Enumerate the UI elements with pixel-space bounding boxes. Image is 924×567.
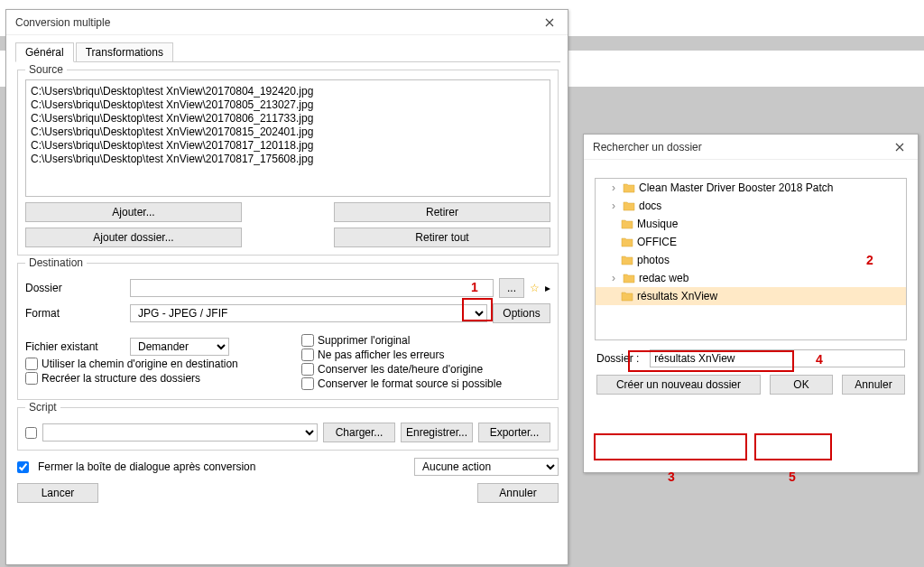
folder-name: OFFICE xyxy=(637,236,677,248)
run-button[interactable]: Lancer xyxy=(17,483,98,503)
existing-select[interactable]: Demander xyxy=(130,338,229,356)
keep-date-checkbox[interactable] xyxy=(301,363,314,376)
folder-close-icon[interactable] xyxy=(887,138,912,156)
hide-errors-checkbox[interactable] xyxy=(301,349,314,361)
ok-button[interactable]: OK xyxy=(770,375,833,395)
source-group: Source C:\Users\briqu\Desktop\test XnVie… xyxy=(17,70,559,256)
selected-folder-input[interactable] xyxy=(650,349,905,367)
folder-name: Musique xyxy=(637,218,678,230)
recreate-tree-checkbox[interactable] xyxy=(25,372,38,385)
expand-icon[interactable]: › xyxy=(608,272,619,284)
expand-icon[interactable]: › xyxy=(608,181,619,194)
favorite-icon[interactable]: ☆ xyxy=(530,282,540,294)
delete-original-label: Supprimer l'original xyxy=(318,334,410,347)
use-origin-path-checkbox[interactable] xyxy=(25,358,38,370)
source-file-item[interactable]: C:\Users\briqu\Desktop\test XnView\20170… xyxy=(31,125,545,139)
keep-date-label: Conserver les date/heure d'origine xyxy=(318,363,483,376)
source-file-item[interactable]: C:\Users\briqu\Desktop\test XnView\20170… xyxy=(31,85,545,98)
existing-label: Fichier existant xyxy=(25,340,125,353)
format-select[interactable]: JPG - JPEG / JFIF xyxy=(130,304,487,322)
expand-icon[interactable]: › xyxy=(608,200,619,212)
folder-tree-item[interactable]: OFFICE xyxy=(596,233,906,251)
folder-name: redac web xyxy=(639,272,688,284)
folder-icon xyxy=(623,182,635,193)
new-folder-button[interactable]: Créer un nouveau dossier xyxy=(596,375,761,395)
script-export-button[interactable]: Exporter... xyxy=(478,423,550,442)
folder-tree-item[interactable]: Musique xyxy=(596,215,906,233)
folder-titlebar: Rechercher un dossier xyxy=(584,135,918,160)
browse-button[interactable]: ... xyxy=(499,278,524,298)
tabs: Général Transformations xyxy=(15,42,560,62)
tab-transformations[interactable]: Transformations xyxy=(76,42,173,61)
folder-name: résultats XnView xyxy=(637,290,717,302)
folder-icon xyxy=(621,237,633,247)
source-legend: Source xyxy=(25,63,67,76)
hide-errors-label: Ne pas afficher les erreurs xyxy=(318,349,445,361)
delete-original-checkbox[interactable] xyxy=(301,334,314,347)
remove-button[interactable]: Retirer xyxy=(334,202,550,222)
source-file-item[interactable]: C:\Users\briqu\Desktop\test XnView\20170… xyxy=(31,112,545,125)
conversion-window: Conversion multiple Général Transformati… xyxy=(5,9,568,565)
annotation-1: 1 xyxy=(471,280,478,294)
close-after-checkbox[interactable] xyxy=(17,461,29,473)
remove-all-button[interactable]: Retirer tout xyxy=(334,228,550,247)
folder-tree-item[interactable]: photos xyxy=(596,251,906,269)
source-file-item[interactable]: C:\Users\briqu\Desktop\test XnView\20170… xyxy=(31,98,545,112)
post-action-select[interactable]: Aucune action xyxy=(414,458,559,476)
dest-folder-label: Dossier xyxy=(25,282,125,294)
folder-tree-item[interactable]: ›Clean Master Driver Booster 2018 Patch xyxy=(596,179,906,197)
tab-general[interactable]: Général xyxy=(15,42,74,62)
annotation-2: 2 xyxy=(866,253,873,267)
add-button[interactable]: Ajouter... xyxy=(25,202,242,222)
script-legend: Script xyxy=(25,401,60,414)
folder-window-title: Rechercher un dossier xyxy=(593,141,702,153)
source-file-list[interactable]: C:\Users\briqu\Desktop\test XnView\20170… xyxy=(25,79,550,197)
cancel-button[interactable]: Annuler xyxy=(477,483,559,503)
source-file-item[interactable]: C:\Users\briqu\Desktop\test XnView\20170… xyxy=(31,139,545,153)
annotation-4: 4 xyxy=(816,352,823,367)
folder-tree-item[interactable]: ›redac web xyxy=(596,269,906,287)
window-title: Conversion multiple xyxy=(15,16,110,29)
folder-name: Clean Master Driver Booster 2018 Patch xyxy=(639,181,833,194)
folder-name: docs xyxy=(639,200,661,212)
dest-folder-input[interactable] xyxy=(130,279,494,297)
selected-folder-label: Dossier : xyxy=(596,352,639,365)
destination-legend: Destination xyxy=(25,256,87,269)
history-icon[interactable]: ▸ xyxy=(545,282,550,294)
folder-tree-item[interactable]: résultats XnView xyxy=(596,287,906,305)
script-group: Script Charger... Enregistrer... Exporte… xyxy=(17,407,559,451)
close-icon[interactable] xyxy=(537,14,562,32)
folder-cancel-button[interactable]: Annuler xyxy=(842,375,905,395)
folder-icon xyxy=(621,291,633,302)
close-after-label: Fermer la boîte de dialogue après conver… xyxy=(34,460,409,473)
format-options-button[interactable]: Options xyxy=(493,303,550,323)
source-file-item[interactable]: C:\Users\briqu\Desktop\test XnView\20170… xyxy=(31,153,545,166)
folder-tree[interactable]: ›Clean Master Driver Booster 2018 Patch›… xyxy=(595,178,907,340)
titlebar: Conversion multiple xyxy=(6,10,568,35)
use-origin-path-label: Utiliser la chemin d'origine en destinat… xyxy=(42,358,238,370)
script-checkbox[interactable] xyxy=(25,427,37,439)
keep-source-fmt-checkbox[interactable] xyxy=(301,377,314,390)
folder-browse-window: Rechercher un dossier ›Clean Master Driv… xyxy=(583,134,919,473)
script-save-button[interactable]: Enregistrer... xyxy=(401,423,473,442)
script-load-button[interactable]: Charger... xyxy=(323,423,395,442)
format-label: Format xyxy=(25,307,125,320)
folder-tree-item[interactable]: ›docs xyxy=(596,197,906,215)
folder-icon xyxy=(623,273,635,284)
annotation-5: 5 xyxy=(789,469,796,484)
folder-icon xyxy=(621,255,633,265)
script-select[interactable] xyxy=(42,423,318,442)
annotation-3: 3 xyxy=(668,469,675,484)
keep-source-fmt-label: Conserver le format source si possible xyxy=(318,377,502,390)
folder-name: photos xyxy=(637,254,670,266)
add-folder-button[interactable]: Ajouter dossier... xyxy=(25,228,242,247)
folder-icon xyxy=(623,200,635,211)
recreate-tree-label: Recréer la structure des dossiers xyxy=(42,372,200,385)
folder-icon xyxy=(621,218,633,229)
